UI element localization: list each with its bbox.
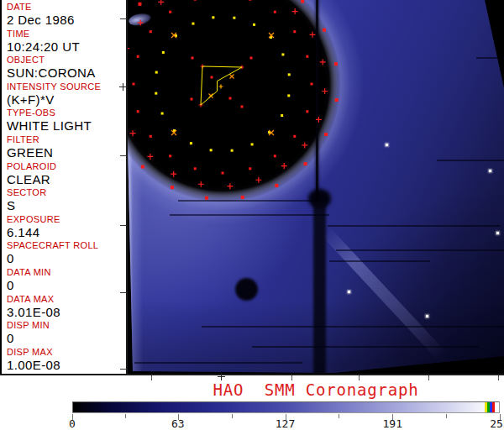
bottom-axis-tick [291,375,292,380]
left-axis-plus [119,83,127,91]
colorbar-tick-label: 63 [171,417,185,430]
field-value: GREEN [7,145,126,160]
metadata-field: OBJECTSUN:CORONA [7,55,126,81]
left-axis-tick [120,18,127,19]
field-value: SUN:CORONA [7,66,126,80]
streak-artifact [252,346,479,348]
streak-artifact [476,57,504,59]
field-value: WHITE LIGHT [7,118,126,133]
star-point [489,170,491,172]
page-title: HAO SMM Coronagraph [128,380,504,399]
streak-artifact [329,260,430,262]
metadata-field: DATE2 Dec 1986 [7,2,126,29]
colorbar-stripe [492,402,495,412]
field-label: TYPE-OBS [7,108,126,118]
streak-artifact [328,225,500,227]
field-value: 10:24:20 UT [7,39,126,54]
metadata-field: DISP MAX1.00E-08 [7,347,126,374]
streak-artifact [170,214,329,216]
left-axis-tick [120,292,127,293]
bottom-axis-tick [359,375,360,380]
dark-dust-spot [235,278,258,301]
metadata-field: DATA MAX3.01E-08 [7,294,126,321]
metadata-field: TIME10:24:20 UT [7,29,126,55]
star-point [496,232,499,234]
bottom-axis-tick [428,375,429,380]
pylon-shadow-upper [316,0,318,200]
field-label: DATA MAX [7,294,126,305]
field-value: 6.144 [7,225,126,239]
field-value: 0 [7,251,126,265]
field-label: DATE [7,2,126,13]
streak-artifact [202,326,504,328]
field-value: (K+F)*V [7,92,126,107]
field-label: DISP MIN [7,320,126,331]
pylon-shadow-lower [313,202,326,375]
field-label: OBJECT [7,55,126,66]
metadata-sidebar: DATE2 Dec 1986TIME10:24:20 UTOBJECTSUN:C… [0,0,126,374]
bottom-axis-tick [498,375,499,380]
metadata-field: SECTORS [7,187,126,214]
metadata-field: INTENSITY SOURCE(K+F)*V [7,81,126,108]
colorbar-minor-tick [232,414,233,418]
coronagraph-image [128,0,504,375]
star-point [386,144,388,146]
colorbar-minor-tick [125,414,126,418]
field-label: DISP MAX [7,347,126,358]
metadata-field: TYPE-OBSWHITE LIGHT [7,108,126,134]
metadata-field: DISP MIN0 [7,320,126,347]
bottom-axis-tick [151,375,152,380]
metadata-field: DATA MIN0 [7,267,126,294]
metadata-field: SPACECRAFT ROLL0 [7,240,126,267]
colorbar-minor-tick [339,414,339,418]
field-value: 3.01E-08 [7,305,126,319]
star-point [426,315,428,317]
intensity-colorbar [72,401,500,413]
colorbar-tick-label: 127 [276,417,295,430]
left-axis-line [126,0,128,375]
field-value: 1.00E-08 [7,358,126,372]
metadata-field: EXPOSURE6.144 [7,214,126,241]
field-value: 0 [7,278,126,292]
star-point [348,291,350,293]
field-label: SECTOR [7,187,126,198]
field-value: S [7,198,126,212]
field-value: 0 [7,331,126,345]
left-axis-tick [120,155,127,156]
metadata-field: FILTERGREEN [7,134,126,161]
colorbar-tick-label: 191 [383,417,402,430]
field-label: POLAROID [7,161,126,172]
field-label: INTENSITY SOURCE [7,81,126,92]
streak-artifact [336,249,504,251]
field-label: SPACECRAFT ROLL [7,240,126,251]
field-value: 2 Dec 1986 [7,13,126,27]
field-label: FILTER [7,134,126,145]
streak-artifact [134,362,302,364]
colorbar-tick-label: 0 [69,417,76,430]
colorbar-tick-label: 255 [490,417,504,430]
field-label: TIME [7,29,126,39]
streak-artifact [178,200,312,202]
field-label: EXPOSURE [7,214,126,225]
colorbar-minor-tick [446,414,447,418]
field-value: CLEAR [7,172,126,186]
streak-artifact [437,160,504,161]
left-axis-tick [120,369,127,370]
field-label: DATA MIN [7,267,126,278]
bottom-axis-plus [218,373,225,380]
metadata-list: DATE2 Dec 1986TIME10:24:20 UTOBJECTSUN:C… [7,2,126,373]
left-axis-tick [120,225,127,226]
coronagraph-viewer-window: DATE2 Dec 1986TIME10:24:20 UTOBJECTSUN:C… [0,0,504,430]
metadata-field: POLAROIDCLEAR [7,161,126,188]
